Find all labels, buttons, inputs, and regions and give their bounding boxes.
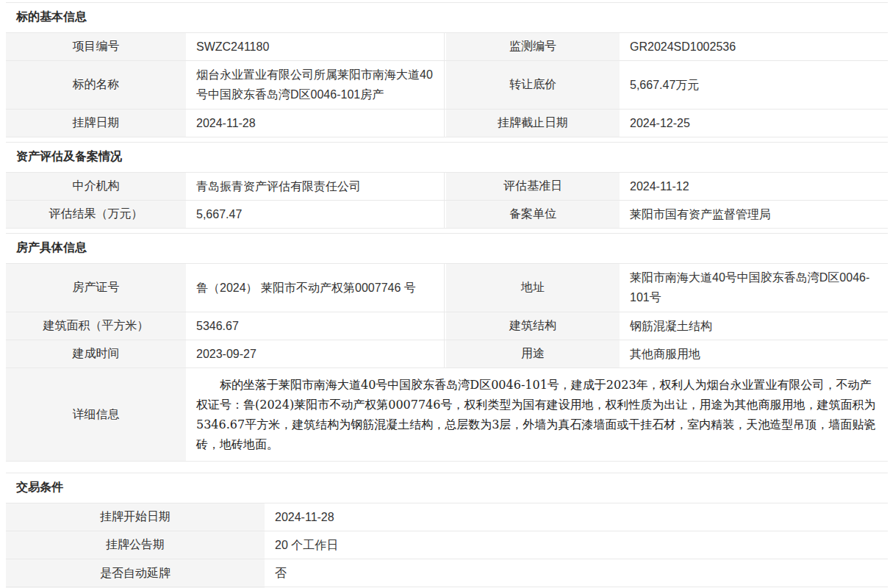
detail-paragraph: 标的坐落于莱阳市南海大道40号中国胶东香岛湾D区0046-101号，建成于202… — [196, 375, 878, 454]
field-label-structure: 建筑结构 — [445, 312, 621, 340]
section-basic-info-title: 标的基本信息 — [6, 3, 888, 33]
field-label-address: 地址 — [445, 264, 621, 311]
field-label-filing-unit: 备案单位 — [445, 201, 621, 228]
field-label-agency: 中介机构 — [6, 173, 187, 200]
field-value-appraisal-base-date: 2024-11-12 — [621, 173, 888, 200]
field-label-detail-info: 详细信息 — [6, 368, 187, 461]
field-label-floor-price: 转让底价 — [445, 61, 621, 108]
field-label-completion-date: 建成时间 — [6, 340, 187, 368]
table-row: 标的名称 烟台永业置业有限公司所属莱阳市南海大道40号中国胶东香岛湾D区0046… — [6, 61, 888, 109]
table-row-detail: 详细信息 标的坐落于莱阳市南海大道40号中国胶东香岛湾D区0046-101号，建… — [6, 368, 888, 462]
section-property-info: 房产具体信息 房产证号 鲁（2024） 莱阳市不动产权第0007746 号 地址… — [6, 233, 888, 462]
section-basic-info: 标的基本信息 项目编号 SWZC241180 监测编号 GR2024SD1002… — [6, 2, 888, 137]
field-value-filing-unit: 莱阳市国有资产监督管理局 — [621, 201, 888, 228]
asset-listing-detail-page: 标的基本信息 项目编号 SWZC241180 监测编号 GR2024SD1002… — [6, 2, 888, 588]
field-value-listing-end-date: 2024-12-25 — [621, 110, 888, 137]
table-row: 房产证号 鲁（2024） 莱阳市不动产权第0007746 号 地址 莱阳市南海大… — [6, 264, 888, 312]
field-label-subject-name: 标的名称 — [6, 61, 187, 108]
field-label-listing-start-date: 挂牌开始日期 — [6, 503, 266, 531]
section-appraisal-title: 资产评估及备案情况 — [6, 143, 888, 173]
table-row: 项目编号 SWZC241180 监测编号 GR2024SD1002536 — [6, 33, 888, 61]
field-value-subject-name: 烟台永业置业有限公司所属莱阳市南海大道40号中国胶东香岛湾D区0046-101房… — [187, 61, 445, 108]
field-value-listing-start-date: 2024-11-28 — [266, 503, 888, 531]
field-value-deed-number: 鲁（2024） 莱阳市不动产权第0007746 号 — [187, 264, 445, 311]
section-trade-conditions-title: 交易条件 — [6, 473, 888, 503]
table-row: 建成时间 2023-09-27 用途 其他商服用地 — [6, 340, 888, 368]
field-label-building-area: 建筑面积（平方米） — [6, 312, 187, 340]
section-trade-conditions: 交易条件 挂牌开始日期 2024-11-28 挂牌公告期 20 个工作日 是否自… — [6, 473, 888, 588]
field-value-listing-date: 2024-11-28 — [187, 110, 445, 137]
field-label-listing-date: 挂牌日期 — [6, 110, 187, 137]
field-value-address: 莱阳市南海大道40号中国胶东香岛湾D区0046-101号 — [621, 264, 888, 311]
field-label-announcement-period: 挂牌公告期 — [6, 531, 266, 559]
table-row: 评估结果（万元） 5,667.47 备案单位 莱阳市国有资产监督管理局 — [6, 201, 888, 229]
field-value-detail-info: 标的坐落于莱阳市南海大道40号中国胶东香岛湾D区0046-101号，建成于202… — [187, 368, 888, 461]
table-row: 建筑面积（平方米） 5346.67 建筑结构 钢筋混凝土结构 — [6, 312, 888, 340]
field-value-announcement-period: 20 个工作日 — [266, 531, 888, 559]
field-label-auto-extension: 是否自动延牌 — [6, 559, 266, 587]
table-row: 是否自动延牌 否 — [6, 559, 888, 587]
field-label-deed-number: 房产证号 — [6, 264, 187, 311]
field-value-agency: 青岛振青资产评估有限责任公司 — [187, 173, 445, 200]
field-value-monitor-number: GR2024SD1002536 — [621, 33, 888, 60]
field-value-appraisal-result: 5,667.47 — [187, 201, 445, 228]
field-label-usage: 用途 — [445, 340, 621, 368]
field-label-monitor-number: 监测编号 — [445, 33, 621, 60]
field-label-project-number: 项目编号 — [6, 33, 187, 60]
field-label-appraisal-base-date: 评估基准日 — [445, 173, 621, 200]
field-value-project-number: SWZC241180 — [187, 33, 445, 60]
field-label-appraisal-result: 评估结果（万元） — [6, 201, 187, 228]
section-appraisal: 资产评估及备案情况 中介机构 青岛振青资产评估有限责任公司 评估基准日 2024… — [6, 142, 888, 229]
section-property-info-title: 房产具体信息 — [6, 234, 888, 264]
field-value-floor-price: 5,667.47万元 — [621, 61, 888, 108]
field-value-usage: 其他商服用地 — [621, 340, 888, 368]
table-row: 挂牌日期 2024-11-28 挂牌截止日期 2024-12-25 — [6, 110, 888, 137]
field-label-listing-end-date: 挂牌截止日期 — [445, 110, 621, 137]
field-value-structure: 钢筋混凝土结构 — [621, 312, 888, 340]
field-value-completion-date: 2023-09-27 — [187, 340, 445, 368]
field-value-auto-extension: 否 — [266, 559, 888, 587]
table-row: 挂牌公告期 20 个工作日 — [6, 531, 888, 559]
table-row: 中介机构 青岛振青资产评估有限责任公司 评估基准日 2024-11-12 — [6, 173, 888, 201]
field-value-building-area: 5346.67 — [187, 312, 445, 340]
table-row: 挂牌开始日期 2024-11-28 — [6, 503, 888, 531]
